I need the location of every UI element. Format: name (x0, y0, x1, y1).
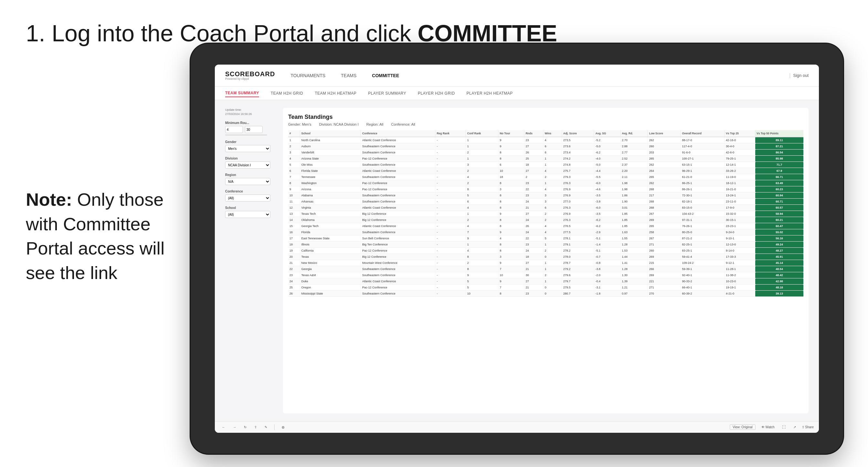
table-cell: 2 (544, 248, 562, 254)
table-cell: 42-16-0 (724, 137, 755, 144)
table-row: 15Georgia TechAtlantic Coast Conference-… (288, 223, 803, 229)
table-row: 8WashingtonPac-12 Conference-28231276.3-… (288, 180, 803, 186)
table-title-block: Team Standings Gender: Men's Division: N… (288, 114, 415, 126)
table-cell: 5 (466, 278, 498, 284)
col-rank: # (288, 130, 300, 137)
table-cell: 6 (288, 168, 300, 174)
table-cell: 3 (544, 198, 562, 205)
toolbar-forward[interactable]: → (231, 425, 238, 430)
table-cell: -6.0 (594, 205, 621, 211)
table-cell: 1 (544, 260, 562, 266)
table-cell: Ole Miss (300, 162, 361, 168)
table-cell: - (435, 229, 465, 236)
toolbar-share[interactable]: ⇧ Share (802, 425, 814, 429)
table-row: 11ArkansasSoutheastern Conference-682432… (288, 198, 803, 205)
table-cell: 23 (524, 137, 544, 144)
table-cell: 0 (544, 284, 562, 291)
table-cell: 264 (648, 168, 681, 174)
nav-item-teams[interactable]: TEAMS (341, 72, 356, 80)
toolbar-expand[interactable]: ↗ (792, 425, 798, 430)
school-label: School (225, 206, 275, 210)
table-cell: 8 (498, 291, 524, 297)
nav-items: TOURNAMENTS TEAMS COMMITTEE (290, 72, 786, 80)
subnav-team-h2h-heatmap[interactable]: TEAM H2H HEATMAP (315, 90, 356, 97)
table-cell: 2 (466, 168, 498, 174)
subnav-team-summary[interactable]: TEAM SUMMARY (225, 90, 259, 97)
table-cell: 278.2 (562, 248, 594, 254)
table-cell: 279.5 (562, 284, 594, 291)
note-text: Note: Only those with Committee Portal a… (26, 187, 194, 285)
toolbar-screenshot[interactable]: ⛶ (780, 425, 787, 430)
table-cell: 92-40-1 (681, 272, 724, 278)
table-cell: Duke (300, 278, 361, 284)
toolbar-refresh[interactable]: ↻ (242, 425, 248, 430)
table-cell: 270 (648, 291, 681, 297)
division-select[interactable]: NCAA Division I (225, 161, 270, 168)
table-cell: 267 (648, 211, 681, 217)
view-original-button[interactable]: View: Original (730, 424, 755, 430)
meta-region-value: All (379, 122, 383, 126)
table-cell: Southeastern Conference (361, 291, 435, 297)
subnav-player-summary[interactable]: PLAYER SUMMARY (368, 90, 406, 97)
table-row: 18IllinoisBig Ten Conference-18231279.1-… (288, 242, 803, 248)
table-cell: - (435, 198, 465, 205)
nav-item-committee[interactable]: COMMITTEE (372, 72, 399, 80)
table-cell: 17-9-0 (724, 205, 755, 211)
nav-item-tournaments[interactable]: TOURNAMENTS (290, 72, 325, 80)
table-cell: 3 (498, 254, 524, 260)
table-cell: 8 (498, 205, 524, 211)
meta-gender-value: Men's (302, 122, 311, 126)
toolbar-clock[interactable]: ◍ (280, 425, 286, 430)
table-cell: 9 (466, 272, 498, 278)
table-cell: 63-15-1 (681, 162, 724, 168)
min-rounds-slider[interactable] (225, 134, 267, 136)
table-cell: 271 (648, 242, 681, 248)
table-cell: 2 (466, 180, 498, 186)
table-cell: 25 (288, 284, 300, 291)
table-cell: 20 (288, 254, 300, 260)
table-cell: -5.0 (594, 144, 621, 150)
min-rounds-from-input[interactable] (225, 126, 243, 133)
table-cell: 4 (544, 186, 562, 192)
table-cell: -4.6 (594, 186, 621, 192)
table-cell: 11-19-0 (724, 174, 755, 180)
school-select[interactable]: (All) (225, 211, 270, 218)
table-cell: 19-19-1 (724, 284, 755, 291)
table-cell: -6.2 (594, 223, 621, 229)
sign-out-link[interactable]: Sign out (793, 73, 809, 78)
conference-select[interactable]: (All) (225, 194, 270, 201)
table-cell: 9 (498, 211, 524, 217)
subnav-player-h2h-heatmap[interactable]: PLAYER H2H HEATMAP (466, 90, 513, 97)
watch-label: Watch (766, 425, 775, 429)
table-cell: 1.98 (621, 180, 648, 186)
table-cell: 3 (288, 150, 300, 156)
table-cell: Pac-12 Conference (361, 180, 435, 186)
subnav-player-h2h-grid[interactable]: PLAYER H2H GRID (418, 90, 455, 97)
toolbar-bookmark[interactable]: ✎ (262, 425, 269, 430)
table-cell: 8 (498, 217, 524, 223)
table-cell: 1 (544, 266, 562, 272)
table-cell: 83-15-0 (681, 205, 724, 211)
table-cell: Atlantic Coast Conference (361, 137, 435, 144)
meta-division-value: NCAA Division I (333, 122, 359, 126)
min-rounds-to-input[interactable] (245, 126, 262, 133)
toolbar-back[interactable]: ← (220, 425, 227, 430)
table-cell: 19 (288, 248, 300, 254)
col-conf-rank: Conf Rank (466, 130, 498, 137)
gender-select[interactable]: Men's (225, 145, 270, 152)
table-row: 24DukeAtlantic Coast Conference-59271279… (288, 278, 803, 284)
table-cell: 22 (524, 236, 544, 242)
table-cell: 26 (524, 223, 544, 229)
table-cell: 22 (524, 186, 544, 192)
table-cell: 9 (498, 260, 524, 266)
table-cell: 273.4 (562, 150, 594, 156)
view-label: View: Original (733, 425, 753, 429)
subnav-team-h2h-grid[interactable]: TEAM H2H GRID (271, 90, 303, 97)
toolbar-share-icon[interactable]: ⇧ (252, 425, 259, 430)
table-cell: 24 (524, 198, 544, 205)
table-cell: -3.5 (594, 192, 621, 198)
region-select[interactable]: N/A (225, 178, 270, 185)
table-cell: 87.21 (755, 144, 803, 150)
toolbar-watch[interactable]: 👁 Watch (760, 425, 777, 430)
table-cell: - (435, 291, 465, 297)
